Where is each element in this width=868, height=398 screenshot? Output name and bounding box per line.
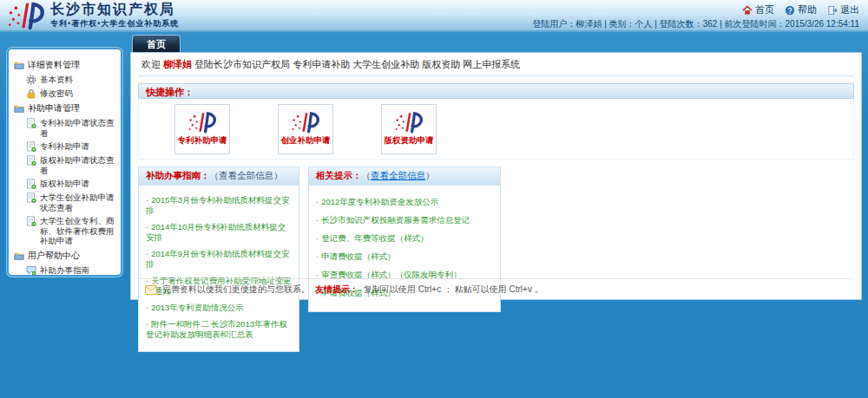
sidebar-item-patent-apply[interactable]: 专利补助申请 [26, 141, 118, 152]
login-user-value: 柳泽娟 [575, 19, 602, 29]
user-type-label: 类别： [609, 19, 635, 29]
welcome-prefix: 欢迎 [141, 59, 163, 69]
sidebar-item-patent-status[interactable]: 专利补助申请状态查看 [26, 118, 118, 138]
list-item[interactable]: ·附件一和附件二 长沙市2013年著作权登记补助发放明细表和汇总表 [146, 319, 292, 340]
quick-button-patent-subsidy[interactable]: 专利补助申请 [174, 104, 230, 154]
login-count-label: 登陆次数： [660, 19, 703, 29]
sidebar-section-subsidy[interactable]: 补助申请管理 [14, 102, 118, 114]
list-item[interactable]: ·长沙市知识产权投融资服务需求信息登记 [316, 215, 493, 225]
panel-guide-body: ·2015年3月份专利补助纸质材料提交安排 ·2014年10月份专利补助纸质材料… [139, 186, 299, 351]
sidebar-item-student-fee-apply[interactable]: 大学生创业专利、商标、软件著作权费用补助申请 [26, 216, 118, 246]
list-item-text: 申请费收据（样式） [321, 251, 396, 261]
document-icon [26, 192, 36, 203]
info-panels: 补助办事指南：（查看全部信息） ·2015年3月份专利补助纸质材料提交安排 ·2… [138, 166, 854, 352]
list-item[interactable]: ·2012年度专利补助资金发放公示 [316, 197, 493, 207]
list-item-text: 登记费、年费等收据（样式） [321, 233, 429, 243]
envelope-icon [145, 285, 157, 295]
list-item[interactable]: ·2015年3月份专利补助纸质材料提交安排 [146, 195, 292, 216]
list-item-text: 2014年10月份专利补助纸质材料提交安排 [146, 222, 286, 242]
panel-tips-header: 相关提示：（查看全部信息） [309, 167, 500, 186]
nav-logout[interactable]: 退出 [827, 3, 859, 16]
list-item[interactable]: ·申请费收据（样式） [316, 251, 493, 262]
sidebar-section-profile[interactable]: 详细资料管理 [14, 59, 118, 71]
footer-tip: 完善资料以便我们更便捷的与您联系。 友情提示： 复制可以使用 Ctrl+c ； … [138, 278, 854, 296]
sidebar-item-basic-info[interactable]: 基本资料 [26, 75, 118, 85]
sidebar: 详细资料管理 基本资料 修改密码 补助申请管理 专利补助申请状态查看 专利补助申… [7, 48, 122, 277]
sidebar-item-label: 补助办事指南 [40, 265, 118, 276]
folder-icon [14, 251, 24, 261]
sidebar-item-label: 修改密码 [40, 88, 118, 99]
app-logo-icon [5, 1, 47, 30]
list-item[interactable]: ·2014年9月份专利补助纸质材料提交安排 [146, 249, 292, 270]
nav-logout-label: 退出 [840, 3, 859, 16]
home-icon [742, 5, 753, 16]
quick-button-copyright-funding[interactable]: 版权资助申请 [381, 104, 437, 154]
app-subtitle: 专利•著作权•大学生创业补助系统 [50, 18, 179, 29]
nav-help-label: 帮助 [798, 3, 817, 16]
list-item-text: 附件一和附件二 长沙市2013年著作权登记补助发放明细表和汇总表 [146, 319, 287, 339]
app-logo-icon [187, 111, 218, 134]
sidebar-item-guide[interactable]: 补助办事指南 [26, 265, 118, 276]
view-all-link[interactable]: 查看全部信息 [371, 170, 425, 180]
sidebar-item-label: 版权补助申请 [40, 179, 118, 189]
sidebar-item-change-password[interactable]: 修改密码 [26, 88, 118, 99]
bullet: · [146, 303, 148, 312]
gear-icon [26, 75, 36, 85]
document-icon [26, 179, 36, 189]
quick-button-label: 专利补助申请 [178, 135, 227, 147]
list-item[interactable]: ·登记费、年费等收据（样式） [316, 233, 493, 244]
footer-message: 完善资料以便我们更便捷的与您联系。 [162, 284, 310, 296]
list-item-text: 2014年9月份专利补助纸质材料提交安排 [146, 249, 290, 269]
list-item[interactable]: ·2014年10月份专利补助纸质材料提交安排 [146, 222, 292, 243]
document-icon [26, 155, 36, 166]
view-all-text[interactable]: （查看全部信息） [210, 170, 283, 180]
sidebar-item-label: 大学生创业补助申请状态查看 [40, 192, 118, 212]
document-icon [26, 118, 36, 128]
nav-help[interactable]: 帮助 [785, 3, 817, 16]
list-item-text: 2012年度专利补助资金发放公示 [321, 197, 438, 206]
quick-button-label: 版权资助申请 [385, 135, 434, 147]
welcome-suffix: 登陆长沙市知识产权局 专利申请补助 大学生创业补助 版权资助 网上申报系统 [192, 59, 520, 69]
separator: | [602, 19, 608, 29]
top-nav: 首页 帮助 退出 [742, 3, 859, 16]
sidebar-section-label: 补助申请管理 [28, 102, 80, 114]
login-count-value: 362 [703, 19, 718, 29]
quick-button-startup-subsidy[interactable]: 创业补助申请 [278, 104, 333, 154]
welcome-bar: 欢迎 柳泽娟 登陆长沙市知识产权局 专利申请补助 大学生创业补助 版权资助 网上… [138, 53, 854, 76]
sidebar-section-help[interactable]: 用户帮助中心 [14, 250, 118, 262]
bullet: · [316, 251, 319, 261]
list-item[interactable]: ·2013年专利资助情况公示 [146, 303, 292, 313]
footer-tip-label: 友情提示： [315, 284, 358, 296]
sidebar-item-label: 大学生创业专利、商标、软件著作权费用补助申请 [40, 216, 118, 246]
sidebar-item-student-status[interactable]: 大学生创业补助申请状态查看 [26, 192, 118, 212]
nav-home[interactable]: 首页 [742, 3, 774, 16]
panel-title: 相关提示： [316, 170, 362, 180]
last-login-label: 前次登陆时间： [725, 19, 786, 29]
bullet: · [316, 197, 319, 206]
folder-icon [14, 103, 24, 114]
main-panel: 欢迎 柳泽娟 登陆长沙市知识产权局 专利申请补助 大学生创业补助 版权资助 网上… [130, 52, 862, 300]
folder-icon [14, 60, 24, 70]
panel-title: 补助办事指南： [146, 170, 210, 180]
page: 长沙市知识产权局 专利•著作权•大学生创业补助系统 首页 帮助 退出 登陆用户：… [0, 0, 868, 398]
sidebar-item-label: 专利补助申请 [40, 141, 118, 152]
document-icon [26, 141, 36, 152]
brand-titles: 长沙市知识产权局 专利•著作权•大学生创业补助系统 [50, 2, 179, 29]
footer-tip-text: 复制可以使用 Ctrl+c ； 粘贴可以使用 Ctrl+v 。 [364, 284, 543, 296]
list-item-text: 2015年3月份专利补助纸质材料提交安排 [146, 195, 290, 215]
sidebar-item-label: 专利补助申请状态查看 [40, 118, 118, 138]
panel-subsidy-guide: 补助办事指南：（查看全部信息） ·2015年3月份专利补助纸质材料提交安排 ·2… [138, 166, 299, 352]
sidebar-item-copyright-status[interactable]: 版权补助申请状态查看 [26, 155, 118, 175]
paren: ） [425, 170, 435, 180]
lock-icon [26, 88, 36, 99]
bullet: · [146, 319, 148, 329]
last-login-value: 2015/3/26 12:54:11 [786, 19, 859, 29]
brand: 长沙市知识产权局 专利•著作权•大学生创业补助系统 [5, 1, 179, 30]
bullet: · [316, 233, 319, 243]
bullet: · [146, 195, 148, 205]
sidebar-item-copyright-apply[interactable]: 版权补助申请 [26, 179, 118, 189]
sidebar-section-label: 用户帮助中心 [28, 250, 80, 262]
quick-button-label: 创业补助申请 [281, 135, 331, 147]
app-logo-icon [393, 111, 424, 134]
question-icon [785, 5, 795, 16]
